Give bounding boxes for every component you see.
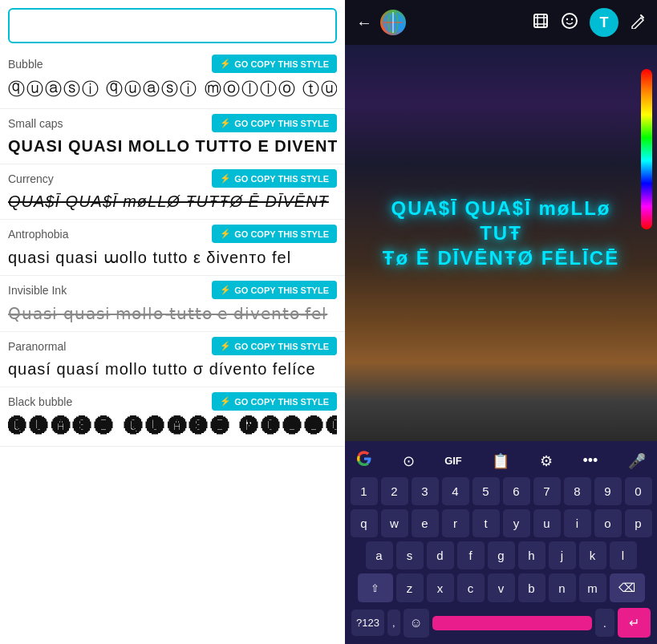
style-name-black-bubble: Black bubble xyxy=(8,395,72,408)
style-preview-black-bubble: 🅠🅤🅐🅢🅘 🅠🅤🅐🅢🅘 🅜🅞🅛🅛🅞 🅣🅤🅣 xyxy=(8,414,337,439)
svg-rect-4 xyxy=(534,14,547,27)
key-c[interactable]: c xyxy=(457,573,485,602)
style-preview-currency: QUA$Ī QUA$Ī møLLØ ŦUŦŦØ Ē DĪVĒNŦ xyxy=(8,191,337,213)
dot-key[interactable]: . xyxy=(595,609,614,637)
search-input[interactable]: Quasi quasi mollo tutto e divento felice xyxy=(8,8,337,43)
sticker-btn[interactable]: ⊙ xyxy=(399,451,418,472)
globe-icon xyxy=(380,10,406,35)
key-7[interactable]: 7 xyxy=(533,477,561,505)
emoji-key[interactable]: ☺ xyxy=(404,609,429,638)
clipboard-btn[interactable]: 📋 xyxy=(489,451,513,472)
style-header-antrophobia: Antrophobia GO COPY THIS STYLE xyxy=(8,220,337,246)
shift-key[interactable]: ⇧ xyxy=(358,573,393,602)
key-6[interactable]: 6 xyxy=(503,477,530,505)
num-mode-key[interactable]: ?123 xyxy=(351,610,384,636)
style-name-invisible-ink: Invisible Ink xyxy=(8,284,67,297)
key-b[interactable]: b xyxy=(518,573,545,602)
style-header-invisible-ink: Invisible Ink GO COPY THIS STYLE xyxy=(8,276,337,302)
key-m[interactable]: m xyxy=(579,573,606,602)
copy-btn-invisible-ink[interactable]: GO COPY THIS STYLE xyxy=(212,281,337,299)
back-button[interactable]: ← xyxy=(356,14,372,32)
style-preview-bubble: ⓠⓤⓐⓢⓘ ⓠⓤⓐⓢⓘ ⓜⓞⓛⓛⓞ ⓣⓤⓣⓣ xyxy=(8,76,337,102)
key-x[interactable]: x xyxy=(427,573,454,602)
key-9[interactable]: 9 xyxy=(594,477,622,505)
more-btn[interactable]: ••• xyxy=(579,451,601,471)
style-header-currency: Currency GO COPY THIS STYLE xyxy=(8,164,337,191)
avatar-button[interactable]: T xyxy=(590,8,618,37)
key-i[interactable]: i xyxy=(564,509,591,537)
kb-row-zxcv: ⇧ z x c v b n m ⌫ xyxy=(348,573,654,602)
mic-btn[interactable]: 🎤 xyxy=(625,451,649,472)
key-8[interactable]: 8 xyxy=(564,477,591,505)
style-header-black-bubble: Black bubble GO COPY THIS STYLE xyxy=(8,387,337,414)
kb-row-asdf: a s d f g h j k l xyxy=(348,541,654,569)
key-1[interactable]: 1 xyxy=(351,477,378,505)
key-q[interactable]: q xyxy=(351,509,378,537)
kb-row-numbers: 1 2 3 4 5 6 7 8 9 0 xyxy=(348,477,654,505)
key-y[interactable]: y xyxy=(503,509,530,537)
key-p[interactable]: p xyxy=(625,509,652,537)
style-section-black-bubble: Black bubble GO COPY THIS STYLE 🅠🅤🅐🅢🅘 🅠🅤… xyxy=(0,387,345,447)
style-header-small-caps: Small caps GO COPY THIS STYLE xyxy=(8,109,337,136)
google-keyboard-btn[interactable] xyxy=(353,449,375,472)
svg-point-10 xyxy=(566,18,568,19)
key-z[interactable]: z xyxy=(396,573,424,602)
key-w[interactable]: w xyxy=(381,509,408,537)
copy-btn-small-caps[interactable]: GO COPY THIS STYLE xyxy=(212,114,337,132)
key-5[interactable]: 5 xyxy=(472,477,500,505)
copy-btn-black-bubble[interactable]: GO COPY THIS STYLE xyxy=(212,392,337,411)
backspace-key[interactable]: ⌫ xyxy=(610,573,645,602)
key-n[interactable]: n xyxy=(549,573,576,602)
key-g[interactable]: g xyxy=(488,541,515,569)
style-preview-small-caps: QUASI QUASI MOLLO TUTTO E DIVENTO FEL xyxy=(8,136,337,157)
style-header-paranormal: Paranormal GO COPY THIS STYLE xyxy=(8,332,337,358)
key-0[interactable]: 0 xyxy=(625,477,652,505)
style-name-bubble: Bubble xyxy=(8,58,43,71)
key-j[interactable]: j xyxy=(549,541,576,569)
key-l[interactable]: l xyxy=(610,541,637,569)
enter-key[interactable]: ↵ xyxy=(618,608,651,638)
svg-point-11 xyxy=(571,18,573,19)
key-3[interactable]: 3 xyxy=(412,477,439,505)
style-name-small-caps: Small caps xyxy=(8,117,63,130)
keyboard-toolbar: ⊙ GIF 📋 ⚙ ••• 🎤 xyxy=(348,446,654,477)
settings-btn[interactable]: ⚙ xyxy=(537,451,556,472)
key-k[interactable]: k xyxy=(579,541,606,569)
style-name-paranormal: Paranormal xyxy=(8,340,66,353)
crop-button[interactable] xyxy=(532,12,550,34)
key-s[interactable]: s xyxy=(396,541,424,569)
key-t[interactable]: t xyxy=(472,509,500,537)
key-h[interactable]: h xyxy=(518,541,545,569)
canvas-text-line2: Ŧø Ē DĪVĒNŦØ FĒLĪCĒ xyxy=(383,247,619,269)
style-section-antrophobia: Antrophobia GO COPY THIS STYLE quasi qua… xyxy=(0,220,345,276)
kb-row-qwerty: q w e r t y u i o p xyxy=(348,509,654,537)
key-d[interactable]: d xyxy=(427,541,454,569)
copy-btn-currency[interactable]: GO COPY THIS STYLE xyxy=(212,169,337,188)
key-u[interactable]: u xyxy=(533,509,561,537)
key-o[interactable]: o xyxy=(594,509,622,537)
copy-btn-paranormal[interactable]: GO COPY THIS STYLE xyxy=(212,337,337,355)
comma-key[interactable]: , xyxy=(387,610,400,636)
left-panel: Quasi quasi mollo tutto e divento felice… xyxy=(0,0,345,644)
spacebar-key[interactable] xyxy=(432,616,592,630)
style-section-currency: Currency GO COPY THIS STYLE QUA$Ī QUA$Ī … xyxy=(0,164,345,220)
style-header-bubble: Bubble GO COPY THIS STYLE xyxy=(8,50,337,76)
key-a[interactable]: a xyxy=(366,541,393,569)
gif-btn[interactable]: GIF xyxy=(441,453,465,468)
emoji-button[interactable] xyxy=(561,12,578,34)
top-bar-right: T xyxy=(532,8,646,37)
canvas-text-overlay[interactable]: QUA$Ī QUA$Ī møLLø TUŦ Ŧø Ē DĪVĒNŦØ FĒLĪC… xyxy=(368,196,634,271)
key-2[interactable]: 2 xyxy=(381,477,408,505)
key-v[interactable]: v xyxy=(488,573,515,602)
key-f[interactable]: f xyxy=(457,541,485,569)
color-bar[interactable] xyxy=(641,69,652,229)
edit-button[interactable] xyxy=(630,13,646,33)
keyboard-rows: 1 2 3 4 5 6 7 8 9 0 q w e r t y u i xyxy=(348,477,654,638)
canvas-area[interactable]: QUA$Ī QUA$Ī møLLø TUŦ Ŧø Ē DĪVĒNŦØ FĒLĪC… xyxy=(345,45,657,441)
copy-btn-bubble[interactable]: GO COPY THIS STYLE xyxy=(212,55,337,73)
key-r[interactable]: r xyxy=(442,509,469,537)
copy-btn-antrophobia[interactable]: GO COPY THIS STYLE xyxy=(212,225,337,243)
key-4[interactable]: 4 xyxy=(442,477,469,505)
key-e[interactable]: e xyxy=(412,509,439,537)
style-name-antrophobia: Antrophobia xyxy=(8,228,69,241)
